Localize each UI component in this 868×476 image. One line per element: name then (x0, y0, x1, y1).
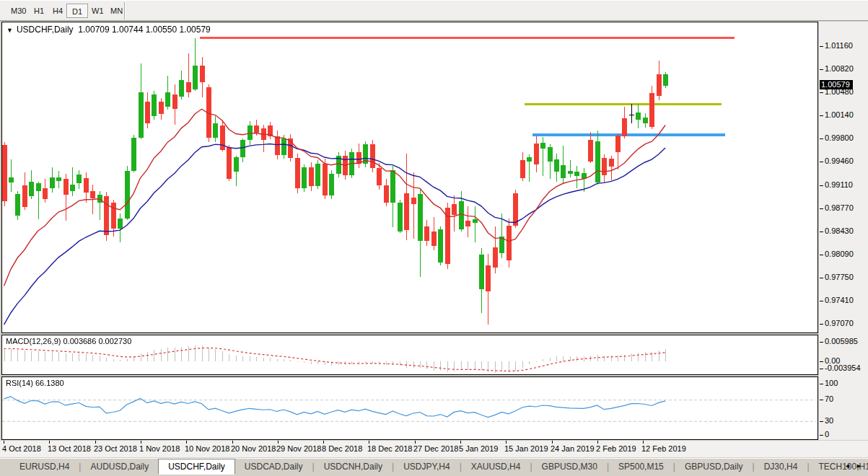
tf-button-h4[interactable]: H4 (48, 4, 68, 18)
date-axis-label: 23 Oct 2018 (94, 444, 137, 453)
price-axis-label: 0.99460 (825, 157, 854, 165)
tab-scroll-left-icon[interactable]: ◄ (844, 462, 851, 470)
date-axis-label: 24 Jan 2019 (551, 444, 595, 453)
macd-label: MACD(12,26,9) 0.003686 0.002730 (6, 337, 131, 345)
symbol-tab-dj30[interactable]: DJ30,H4 (755, 459, 807, 475)
tf-button-m30[interactable]: M30 (6, 4, 31, 18)
price-axis-label: 0.97750 (825, 273, 854, 281)
date-axis-label: 4 Oct 2018 (2, 444, 41, 453)
chart-ohlc-values: 1.00709 1.00744 1.00550 1.00579 (78, 25, 211, 35)
date-axis-tick (49, 441, 50, 444)
price-axis-label: 1.00140 (825, 110, 854, 119)
symbol-tab-sp500[interactable]: SP500,M15 (609, 459, 673, 475)
date-axis-label: 1 Nov 2018 (139, 444, 180, 453)
date-axis-tick (95, 441, 96, 444)
date-axis-label: 13 Oct 2018 (48, 444, 91, 453)
price-axis-label: 0.97070 (825, 319, 854, 327)
date-axis-tick (232, 441, 233, 444)
date-axis-label: 15 Jan 2019 (504, 444, 548, 453)
symbol-tab-gbpusd[interactable]: GBPUSD,Daily (675, 459, 753, 475)
tf-button-h1[interactable]: H1 (29, 4, 49, 18)
mt4-window: M30 H1 H4 D1 W1 MN ▼USDCHF,Daily 1.00709… (0, 0, 868, 476)
macd-panel: MACD(12,26,9) 0.003686 0.002730 (1, 335, 818, 375)
symbol-tab-usdcad[interactable]: USDCAD,Daily (235, 459, 312, 475)
symbol-dropdown-icon[interactable]: ▼ (6, 27, 13, 34)
chart-title: ▼USDCHF,Daily 1.00709 1.00744 1.00550 1.… (6, 25, 211, 35)
date-axis-tick (278, 441, 279, 444)
main-chart-canvas[interactable] (2, 22, 817, 332)
symbol-tab-audusd[interactable]: AUDUSD,Daily (81, 459, 158, 475)
date-axis-label: 2 Feb 2019 (596, 444, 636, 453)
date-axis-label: 5 Jan 2019 (459, 444, 498, 453)
date-axis-tick (552, 441, 553, 444)
symbol-tab-usdjpy[interactable]: USDJPY,H4 (394, 459, 459, 475)
chart-symbol: USDCHF,Daily (17, 25, 74, 35)
price-axis-label: 0.98090 (825, 250, 854, 258)
date-axis-label: 18 Dec 2018 (367, 444, 412, 453)
rsi-axis-label: 0 (825, 430, 829, 438)
symbol-tab-eurusd[interactable]: EURUSD,H4 (10, 459, 79, 475)
main-chart-panel: ▼USDCHF,Daily 1.00709 1.00744 1.00550 1.… (1, 22, 818, 333)
date-axis-tick (369, 441, 369, 444)
date-axis-tick (597, 441, 598, 444)
date-axis-tick (643, 441, 644, 444)
price-axis-label: 0.98430 (825, 226, 854, 235)
timeframe-toolbar: M30 H1 H4 D1 W1 MN (0, 1, 868, 21)
tab-scroll-right-icon[interactable]: ► (856, 462, 862, 470)
date-axis-tick (141, 441, 141, 444)
macd-axis-label: 0.005985 (825, 337, 858, 345)
tf-button-d1[interactable]: D1 (66, 4, 88, 18)
rsi-label: RSI(14) 66.1380 (6, 379, 64, 387)
date-axis[interactable]: 4 Oct 201813 Oct 201823 Oct 20181 Nov 20… (0, 441, 868, 457)
date-axis-label: 27 Dec 2018 (413, 444, 458, 453)
price-axis-label: 1.00480 (825, 87, 854, 96)
date-axis-label: 8 Dec 2018 (322, 444, 362, 453)
rsi-axis-label: 30 (825, 416, 833, 425)
date-axis-tick (323, 441, 324, 444)
rsi-panel: RSI(14) 66.1380 (1, 376, 818, 440)
symbol-tab-gbpusd[interactable]: GBPUSD,M30 (532, 459, 607, 475)
rsi-axis-label: 70 (825, 395, 833, 403)
date-axis-tick (4, 441, 4, 444)
price-axis-label: 0.99110 (825, 180, 853, 189)
rsi-axis-label: 100 (825, 379, 838, 387)
date-axis-label: 29 Nov 2018 (276, 444, 321, 453)
price-axis[interactable]: 1.00579 1.011601.008201.004801.001400.99… (819, 22, 868, 440)
date-axis-tick (460, 441, 461, 444)
price-axis-label: 0.98770 (825, 203, 854, 212)
date-axis-tick (506, 441, 507, 444)
symbol-tab-usdchf[interactable]: USDCHF,Daily (158, 459, 235, 475)
price-axis-label: 0.97410 (825, 296, 854, 304)
chart-tab-bar: EURUSD,H4|AUDUSD,DailyUSDCHF,DailyUSDCAD… (0, 458, 868, 475)
date-axis-label: 12 Feb 2019 (641, 444, 686, 453)
macd-axis-label: -0.003954 (825, 363, 861, 372)
date-axis-label: 10 Nov 2018 (185, 444, 229, 453)
date-axis-label: 20 Nov 2018 (231, 444, 276, 453)
symbol-tab-xauusd[interactable]: XAUUSD,H4 (462, 459, 530, 475)
toolbar-separator (124, 2, 126, 19)
date-axis-tick (186, 441, 187, 444)
rsi-canvas[interactable] (2, 377, 817, 439)
date-axis-tick (415, 441, 416, 444)
price-axis-label: 0.99800 (825, 133, 854, 142)
price-axis-label: 1.00820 (825, 64, 854, 73)
price-axis-label: 1.01160 (825, 41, 853, 50)
symbol-tab-usdcnh[interactable]: USDCNH,Daily (315, 459, 392, 475)
